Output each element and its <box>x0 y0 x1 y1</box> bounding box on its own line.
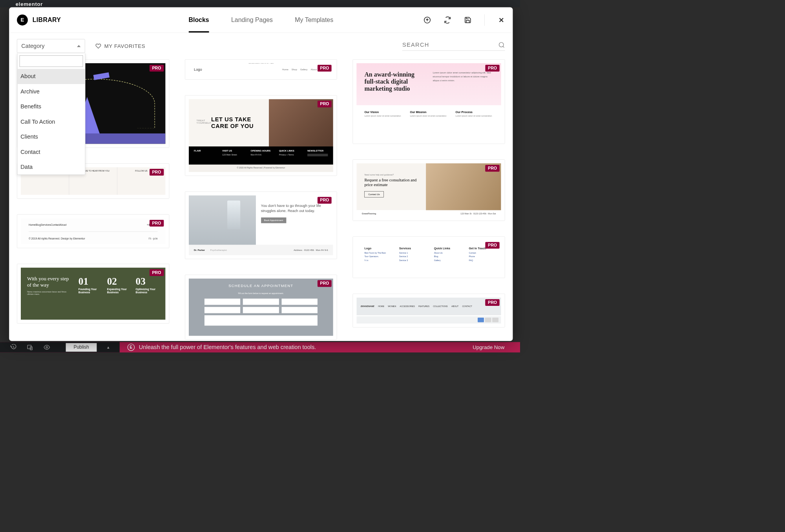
template-thumb: Need some help and guidance? Request a f… <box>357 163 501 217</box>
banner-text: Unleash the full power of Elementor's fe… <box>139 344 316 351</box>
template-thumb: With you every step of the way Nemo maxi… <box>21 268 165 320</box>
header-divider <box>484 14 485 26</box>
category-label: Category <box>21 43 44 49</box>
tab-my-templates[interactable]: My Templates <box>295 7 333 33</box>
template-card[interactable]: PRO Contact Sales Team 1-877-123 Logo Ho… <box>185 59 337 80</box>
template-thumb: LogoBest Tours by The Best Tour Operator… <box>357 240 501 274</box>
template-thumb: An award-winning full-stack digital mark… <box>357 63 501 140</box>
search-input[interactable] <box>402 42 493 48</box>
template-thumb: SCHEDULE AN APPOINTMENT Fill out the for… <box>189 279 333 336</box>
modal-header-actions <box>424 14 513 26</box>
search-field <box>402 42 505 51</box>
dropdown-item-archive[interactable]: Archive <box>17 84 85 99</box>
pro-badge: PRO <box>485 65 499 71</box>
modal-toolbar: Category About Archive Benefits Call To … <box>9 33 513 59</box>
close-icon[interactable] <box>498 16 505 24</box>
my-favorites-button[interactable]: MY FAVORITES <box>95 43 145 49</box>
modal-header: E LIBRARY Blocks Landing Pages My Templa… <box>9 7 513 33</box>
grid-column-2: PRO Contact Sales Team 1-877-123 Logo Ho… <box>185 59 337 340</box>
dropdown-item-contact[interactable]: Contact <box>17 144 85 159</box>
banner-e-icon: E <box>128 344 135 351</box>
category-dropdown: About Archive Benefits Call To Action Cl… <box>17 53 86 175</box>
template-thumb: BRANDNAME HOMEWOMENACCESSORIESFEATURESCO… <box>357 298 501 324</box>
pro-badge: PRO <box>318 65 332 71</box>
pro-badge: PRO <box>318 280 332 287</box>
responsive-icon[interactable] <box>27 344 33 350</box>
template-card[interactable]: PRO SCHEDULE AN APPOINTMENT Fill out the… <box>185 275 337 340</box>
pro-badge: PRO <box>318 101 332 107</box>
template-thumb: Contact Sales Team 1-877-123 Logo HomeSh… <box>189 63 333 76</box>
template-card[interactable]: PRO LogoBest Tours by The Best Tour Oper… <box>353 236 505 278</box>
dropdown-arrow-up-icon <box>77 45 80 47</box>
background-brand: elementor <box>0 0 520 8</box>
template-card[interactable]: PRO You don't have to go through your li… <box>185 192 337 259</box>
template-card[interactable]: PRO BRANDNAME HOMEWOMENACCESSORIESFEATUR… <box>353 294 505 327</box>
dropdown-item-benefits[interactable]: Benefits <box>17 99 85 114</box>
pro-badge: PRO <box>485 242 499 249</box>
dropdown-item-data[interactable]: Data <box>17 159 85 174</box>
publish-button[interactable]: Publish <box>66 343 97 352</box>
background-bottombar: Publish ▴ <box>0 342 120 353</box>
template-card[interactable]: PRO TREAT YOURSELFLET US TAKE CARE OF YO… <box>185 95 337 176</box>
template-thumb: TREAT YOURSELFLET US TAKE CARE OF YOU FL… <box>189 99 333 172</box>
pro-badge: PRO <box>150 269 164 276</box>
template-card[interactable]: PRO With you every step of the way Nemo … <box>17 264 169 324</box>
dropdown-item-about[interactable]: About <box>17 69 85 84</box>
template-thumb: You don't have to go through your life s… <box>189 196 333 255</box>
save-icon[interactable] <box>464 16 472 24</box>
grid-column-3: PRO An award-winning full-stack digital … <box>353 59 505 327</box>
pro-badge: PRO <box>318 197 332 204</box>
preview-icon[interactable] <box>44 344 50 350</box>
svg-point-2 <box>46 346 47 348</box>
elementor-e-icon: E <box>17 15 28 26</box>
heart-icon <box>95 43 101 49</box>
template-card[interactable]: PRO Need some help and guidance? Request… <box>353 159 505 221</box>
pro-badge: PRO <box>485 299 499 306</box>
template-grid: PRO PRO VISIT US WE'D LOVE TO HEAR FROM … <box>17 59 505 340</box>
pro-badge: PRO <box>150 65 164 71</box>
dropdown-item-call-to-action[interactable]: Call To Action <box>17 114 85 129</box>
history-icon[interactable] <box>11 344 17 350</box>
pro-badge: PRO <box>150 220 164 227</box>
pro-badge: PRO <box>485 165 499 172</box>
library-modal: E LIBRARY Blocks Landing Pages My Templa… <box>9 7 513 341</box>
favorites-label: MY FAVORITES <box>104 43 146 49</box>
dropdown-search-input[interactable] <box>20 55 83 67</box>
tab-landing-pages[interactable]: Landing Pages <box>231 7 273 33</box>
background-editor-topbar: elementor <box>0 0 520 7</box>
modal-logo-area: E LIBRARY <box>9 15 61 26</box>
dropdown-search-wrap <box>17 53 85 69</box>
template-thumb: HomeBlogServicesContactAbout +44 ███ © 2… <box>21 218 165 244</box>
category-dropdown-trigger[interactable]: Category About Archive Benefits Call To … <box>17 39 85 53</box>
dropdown-item-clients[interactable]: Clients <box>17 129 85 144</box>
modal-title: LIBRARY <box>33 16 61 24</box>
modal-tabs: Blocks Landing Pages My Templates <box>188 7 333 33</box>
template-card[interactable]: PRO An award-winning full-stack digital … <box>353 59 505 144</box>
pro-badge: PRO <box>150 169 164 176</box>
search-icon[interactable] <box>498 42 505 48</box>
upload-icon[interactable] <box>424 16 431 24</box>
template-card[interactable]: PRO HomeBlogServicesContactAbout +44 ███… <box>17 214 169 248</box>
sync-icon[interactable] <box>444 16 451 24</box>
banner-cta[interactable]: Upgrade Now <box>473 344 520 350</box>
svg-point-4 <box>499 42 504 47</box>
tab-blocks[interactable]: Blocks <box>188 7 209 33</box>
